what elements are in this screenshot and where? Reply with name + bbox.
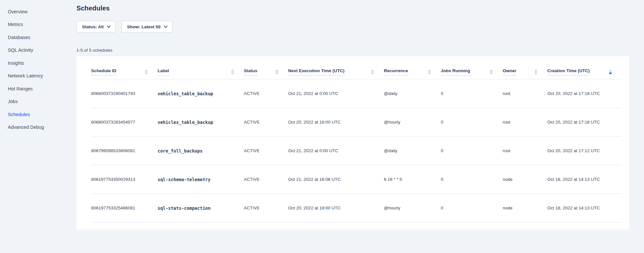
sidebar-item-advanced-debug[interactable]: Advanced Debug bbox=[0, 121, 77, 134]
table-row: 806800373283454977 vehicles_table_backup… bbox=[91, 108, 622, 137]
main-content: Schedules Status: All Show: Latest 50 1-… bbox=[77, 0, 644, 253]
cell-recurrence: @daily bbox=[384, 91, 441, 96]
column-header-next-execution-time[interactable]: Next Execution Time (UTC) bbox=[288, 56, 384, 79]
sidebar-item-sql-activity[interactable]: SQL Activity bbox=[0, 44, 77, 57]
sort-icon bbox=[490, 70, 493, 74]
chevron-down-icon bbox=[107, 24, 111, 28]
column-header-owner[interactable]: Owner bbox=[503, 56, 547, 79]
sort-icon-active-desc bbox=[609, 70, 612, 74]
cell-jobs-running: 0 bbox=[441, 177, 503, 182]
cell-schedule-id: 806800373283454977 bbox=[91, 120, 158, 125]
column-header-schedule-id[interactable]: Schedule ID bbox=[91, 56, 158, 79]
cell-label: vehicles_table_backup bbox=[158, 120, 244, 125]
cell-owner: root bbox=[503, 148, 547, 153]
cell-owner: root bbox=[503, 120, 547, 125]
column-header-jobs-running[interactable]: Jobs Running bbox=[441, 56, 503, 79]
sort-icon bbox=[534, 70, 538, 74]
column-header-label: Status bbox=[244, 68, 257, 75]
cell-schedule-id: 806197753350029313 bbox=[91, 177, 158, 182]
sidebar-item-schedules[interactable]: Schedules bbox=[0, 108, 77, 121]
cell-creation-time: Oct 20, 2022 at 17:18 UTC bbox=[547, 91, 622, 96]
cell-status: ACTIVE bbox=[244, 148, 288, 153]
cell-next-execution-time: Oct 20, 2022 at 18:00 UTC bbox=[288, 206, 384, 210]
cell-owner: root bbox=[503, 91, 547, 96]
table-header-row: Schedule ID Label Status Next Execution … bbox=[91, 56, 622, 79]
table-row: 806197753325486081 sql-stats-compaction … bbox=[91, 194, 622, 222]
column-header-label: Owner bbox=[503, 68, 516, 75]
column-header-label: Recurrence bbox=[384, 68, 408, 75]
cell-recurrence: @daily bbox=[384, 148, 441, 153]
column-header-label: Jobs Running bbox=[441, 68, 470, 75]
chevron-down-icon bbox=[164, 24, 167, 28]
show-filter-label: Show: Latest 50 bbox=[127, 24, 161, 29]
column-header-label[interactable]: Label bbox=[158, 56, 244, 79]
sort-icon bbox=[275, 70, 278, 74]
cell-next-execution-time: Oct 21, 2022 at 0:00 UTC bbox=[288, 148, 384, 153]
sort-icon bbox=[371, 70, 374, 74]
sidebar-item-metrics[interactable]: Metrics bbox=[0, 18, 77, 31]
cell-status: ACTIVE bbox=[244, 177, 288, 182]
column-header-label: Schedule ID bbox=[91, 68, 116, 75]
cell-creation-time: Oct 18, 2022 at 14:13 UTC bbox=[547, 177, 622, 182]
sort-icon bbox=[231, 70, 234, 74]
status-filter-label: Status: All bbox=[82, 24, 104, 29]
app-window: Overview Metrics Databases SQL Activity … bbox=[0, 0, 644, 253]
column-header-status[interactable]: Status bbox=[244, 56, 288, 79]
cell-owner: node bbox=[503, 206, 547, 210]
table-row: 806800373290401793 vehicles_table_backup… bbox=[91, 79, 622, 108]
filter-bar: Status: All Show: Latest 50 bbox=[77, 21, 629, 33]
sort-icon bbox=[428, 70, 431, 74]
results-count: 1-5 of 5 schedules bbox=[77, 48, 629, 53]
column-header-label: Creation Time (UTC) bbox=[547, 68, 590, 75]
column-header-creation-time[interactable]: Creation Time (UTC) bbox=[547, 56, 622, 79]
sort-icon bbox=[145, 70, 148, 74]
cell-creation-time: Oct 18, 2022 at 14:13 UTC bbox=[547, 206, 622, 210]
cell-recurrence: 6 16 * * 5 bbox=[384, 177, 441, 182]
cell-label: sql-schema-telemetry bbox=[158, 177, 244, 182]
schedules-table-card: Schedule ID Label Status Next Execution … bbox=[77, 56, 629, 230]
cell-jobs-running: 0 bbox=[441, 206, 503, 210]
table-row: 806197753350029313 sql-schema-telemetry … bbox=[91, 165, 622, 194]
cell-next-execution-time: Oct 21, 2022 at 0:00 UTC bbox=[288, 91, 384, 96]
column-header-recurrence[interactable]: Recurrence bbox=[384, 56, 441, 79]
table-row: 806799098533806081 core_full_backups ACT… bbox=[91, 137, 622, 165]
sidebar-item-jobs[interactable]: Jobs bbox=[0, 95, 77, 108]
column-header-label: Next Execution Time (UTC) bbox=[288, 68, 344, 75]
status-filter-dropdown[interactable]: Status: All bbox=[77, 21, 116, 33]
cell-status: ACTIVE bbox=[244, 120, 288, 125]
cell-creation-time: Oct 20, 2022 at 17:12 UTC bbox=[547, 148, 622, 153]
sidebar-item-hot-ranges[interactable]: Hot Ranges bbox=[0, 82, 77, 95]
cell-recurrence: @hourly bbox=[384, 206, 441, 210]
cell-jobs-running: 0 bbox=[441, 148, 503, 153]
sidebar-item-overview[interactable]: Overview bbox=[0, 5, 77, 18]
show-filter-dropdown[interactable]: Show: Latest 50 bbox=[121, 21, 173, 33]
cell-status: ACTIVE bbox=[244, 206, 288, 210]
cell-creation-time: Oct 20, 2022 at 17:18 UTC bbox=[547, 120, 622, 125]
cell-schedule-id: 806197753325486081 bbox=[91, 206, 158, 210]
page-title: Schedules bbox=[77, 5, 629, 12]
column-header-label: Label bbox=[158, 68, 169, 75]
cell-schedule-id: 806799098533806081 bbox=[91, 148, 158, 153]
sidebar-item-insights[interactable]: Insights bbox=[0, 57, 77, 70]
cell-jobs-running: 0 bbox=[441, 91, 503, 96]
cell-schedule-id: 806800373290401793 bbox=[91, 91, 158, 96]
sidebar-item-network-latency[interactable]: Network Latency bbox=[0, 70, 77, 83]
cell-status: ACTIVE bbox=[244, 91, 288, 96]
cell-next-execution-time: Oct 21, 2022 at 16:06 UTC bbox=[288, 177, 384, 182]
cell-label: core_full_backups bbox=[158, 148, 244, 153]
cell-label: sql-stats-compaction bbox=[158, 206, 244, 211]
cell-label: vehicles_table_backup bbox=[158, 91, 244, 96]
cell-owner: node bbox=[503, 177, 547, 182]
cell-recurrence: @hourly bbox=[384, 120, 441, 125]
cell-next-execution-time: Oct 20, 2022 at 18:00 UTC bbox=[288, 120, 384, 125]
sidebar-item-databases[interactable]: Databases bbox=[0, 31, 77, 44]
cell-jobs-running: 0 bbox=[441, 120, 503, 125]
sidebar-nav: Overview Metrics Databases SQL Activity … bbox=[0, 0, 77, 253]
